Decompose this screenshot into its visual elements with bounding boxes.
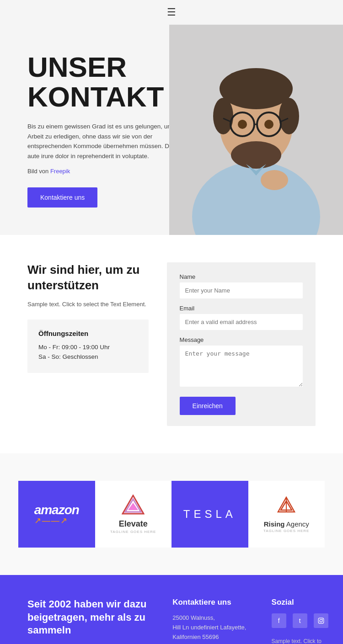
svg-rect-23 [318, 618, 324, 623]
social-icons-group: f t [272, 613, 328, 628]
svg-point-6 [279, 98, 299, 134]
email-field-group: Email [180, 305, 303, 330]
footer-left: Seit 2002 haben wir dazu beigetragen, me… [27, 598, 154, 644]
footer-social-sample: Sample text. Click to select the Text El… [272, 637, 328, 644]
svg-point-25 [322, 619, 323, 620]
hero-person-image [169, 25, 343, 235]
contact-left: Wir sind hier, um zu unterstützen Sample… [27, 262, 149, 426]
email-input[interactable] [180, 314, 303, 330]
hero-description: Bis zu einem gewissen Grad ist es uns ge… [27, 122, 183, 161]
footer: Seit 2002 haben wir dazu beigetragen, me… [0, 575, 343, 644]
message-label: Message [180, 336, 303, 343]
svg-point-13 [238, 120, 247, 129]
hero-image [169, 25, 343, 235]
hero-title: UNSER KONTAKT [27, 52, 186, 112]
elevate-name: Elevate [110, 519, 156, 529]
footer-center: Kontaktiere uns 25000 Walnuss,Hill Ln un… [172, 598, 253, 644]
svg-point-4 [220, 68, 293, 109]
contact-form-wrap: Name Email Message Einreichen [167, 262, 316, 426]
hours-weekend: Sa - So: Geschlossen [38, 353, 138, 360]
hours-box: Öffnungszeiten Mo - Fr: 09:00 - 19:00 Uh… [27, 319, 149, 373]
amazon-logo: amazon ↗——↗ [18, 481, 95, 548]
footer-address: 25000 Walnuss,Hill Ln undefiniert Lafaye… [172, 613, 253, 642]
svg-point-7 [231, 141, 281, 169]
svg-point-24 [320, 619, 322, 622]
tesla-text: TESLA [183, 508, 236, 521]
instagram-icon[interactable] [314, 613, 328, 628]
message-field-group: Message [180, 336, 303, 389]
hamburger-icon[interactable]: ☰ [167, 6, 176, 18]
name-label: Name [180, 273, 303, 280]
svg-point-14 [264, 120, 273, 129]
hours-weekday: Mo - Fr: 09:00 - 19:00 Uhr [38, 344, 138, 351]
footer-right: Sozial f t Sample text. Click to select … [272, 598, 328, 644]
hero-cta-button[interactable]: Kontaktiere uns [27, 187, 97, 208]
facebook-icon[interactable]: f [272, 613, 286, 628]
rising-tagline: TAGLINE GOES HERE [263, 529, 309, 533]
svg-point-15 [261, 170, 288, 190]
footer-social-title: Sozial [272, 598, 328, 607]
hero-section: UNSER KONTAKT Bis zu einem gewissen Grad… [0, 25, 343, 235]
contact-section: Wir sind hier, um zu unterstützen Sample… [0, 235, 343, 453]
twitter-icon[interactable]: t [293, 613, 307, 628]
rising-agency-name: Rising Agency [263, 520, 309, 528]
elevate-logo: Elevate TAGLINE GOES HERE [95, 481, 172, 548]
svg-point-5 [213, 98, 233, 134]
hero-attribution: Bild von Freepik [27, 168, 186, 175]
amazon-text: amazon [34, 503, 79, 517]
contact-desc: Sample text. Click to select the Text El… [27, 300, 149, 309]
tesla-logo: TESLA [172, 481, 248, 548]
message-textarea[interactable] [180, 346, 303, 387]
logos-section: amazon ↗——↗ Elevate TAGLINE GOES HERE TE… [0, 453, 343, 575]
freepik-link[interactable]: Freepik [50, 168, 70, 175]
submit-button[interactable]: Einreichen [180, 397, 236, 415]
contact-form: Name Email Message Einreichen [167, 262, 316, 426]
navbar: ☰ [0, 0, 343, 25]
email-label: Email [180, 305, 303, 312]
name-field-group: Name [180, 273, 303, 298]
footer-contact-title: Kontaktiere uns [172, 598, 253, 607]
elevate-tagline: TAGLINE GOES HERE [110, 530, 156, 534]
hours-title: Öffnungszeiten [38, 330, 138, 337]
rising-agency-logo: Rising Agency TAGLINE GOES HERE [248, 481, 325, 548]
footer-tagline: Seit 2002 haben wir dazu beigetragen, me… [27, 598, 154, 637]
contact-title: Wir sind hier, um zu unterstützen [27, 262, 149, 293]
hero-text: UNSER KONTAKT Bis zu einem gewissen Grad… [27, 43, 186, 208]
name-input[interactable] [180, 282, 303, 298]
